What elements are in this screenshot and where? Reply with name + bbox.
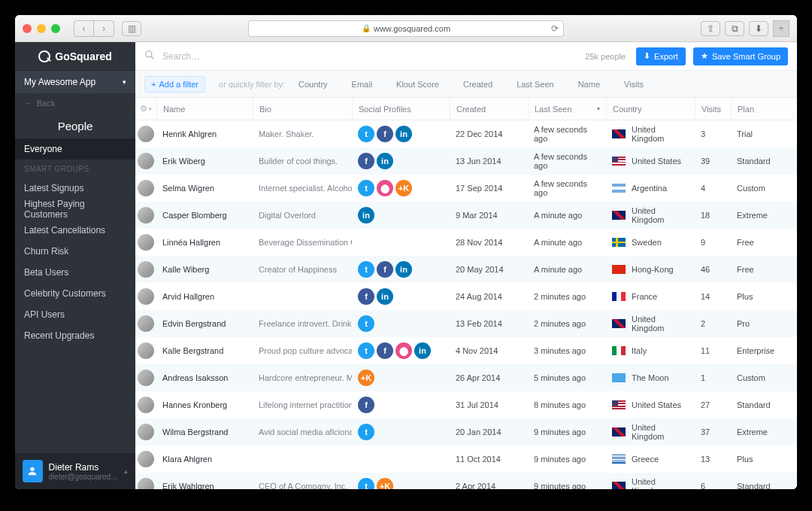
dr-icon[interactable]: ⬤ xyxy=(377,180,393,196)
tw-icon[interactable]: t xyxy=(358,424,374,440)
search-input[interactable] xyxy=(162,51,577,62)
nav-everyone[interactable]: Everyone xyxy=(15,138,135,160)
cell-visits: 3 xyxy=(695,129,731,138)
li-icon[interactable]: in xyxy=(414,342,431,359)
smart-groups-header: SMART GROUPS xyxy=(15,160,135,178)
table-row[interactable]: Andreas IsakssonHardcore entrepreneur. M… xyxy=(135,364,797,391)
back-link[interactable]: ← Back xyxy=(15,93,135,113)
quick-filter[interactable]: Klout Score xyxy=(396,80,439,89)
tw-icon[interactable]: t xyxy=(358,478,374,489)
table-row[interactable]: Erik WahlgrenCEO of A Company, Inc.t+K2 … xyxy=(135,473,797,489)
kl-icon[interactable]: +K xyxy=(395,180,412,196)
quick-filter[interactable]: Name xyxy=(578,80,600,89)
fb-icon[interactable]: f xyxy=(358,397,374,413)
url-bar[interactable]: 🔒 www.gosquared.com ⟳ xyxy=(248,20,564,37)
new-tab-icon[interactable]: + xyxy=(773,20,789,37)
tw-icon[interactable]: t xyxy=(358,180,374,196)
li-icon[interactable]: in xyxy=(395,261,412,278)
sidebar-item[interactable]: Celebrity Customers xyxy=(15,283,135,304)
li-icon[interactable]: in xyxy=(395,126,412,142)
share-icon[interactable]: ⇪ xyxy=(701,21,720,36)
col-name[interactable]: Name xyxy=(156,98,253,120)
download-icon: ⬇ xyxy=(644,51,650,61)
dr-icon[interactable]: ⬤ xyxy=(395,342,412,359)
table-row[interactable]: Edvin BergstrandFreelance introvert. Dri… xyxy=(135,310,797,337)
avatar xyxy=(138,126,154,142)
app-selector[interactable]: My Awesome App ▾ xyxy=(15,71,135,93)
quick-filter[interactable]: Visits xyxy=(624,80,644,89)
fb-icon[interactable]: f xyxy=(377,342,393,359)
cell-name: Selma Wigren xyxy=(156,184,253,193)
table-row[interactable]: Wilma BergstrandAvid social media aficio… xyxy=(135,418,797,446)
add-filter-button[interactable]: + Add a filter xyxy=(144,76,205,93)
quick-filter[interactable]: Country xyxy=(298,80,328,89)
li-icon[interactable]: in xyxy=(377,153,393,169)
tw-icon[interactable]: t xyxy=(358,342,374,359)
quick-filter[interactable]: Last Seen xyxy=(517,80,554,89)
col-country[interactable]: Country xyxy=(606,98,695,120)
fb-icon[interactable]: f xyxy=(377,126,393,142)
li-icon[interactable]: in xyxy=(377,288,393,305)
flag-icon xyxy=(612,211,626,220)
col-social[interactable]: Social Profiles xyxy=(352,98,450,120)
col-lastseen[interactable]: Last Seen ▾ xyxy=(528,98,606,120)
col-bio[interactable]: Bio xyxy=(253,98,352,120)
col-visits[interactable]: Visits xyxy=(695,98,731,120)
downloads-icon[interactable]: ⬇ xyxy=(749,21,768,36)
sidebar-item[interactable]: Churn Risk xyxy=(15,241,135,262)
table-row[interactable]: Henrik AhlgrenMaker. Shaker.tfin22 Dec 2… xyxy=(135,120,797,148)
export-button[interactable]: ⬇ Export xyxy=(636,47,686,65)
kl-icon[interactable]: +K xyxy=(358,370,374,386)
fb-icon[interactable]: f xyxy=(358,288,374,305)
close-window-icon[interactable] xyxy=(23,24,32,33)
table-row[interactable]: Arvid Hallgrenfin24 Aug 20142 minutes ag… xyxy=(135,283,797,310)
save-smart-group-button[interactable]: ★ Save Smart Group xyxy=(693,47,788,65)
maximize-window-icon[interactable] xyxy=(51,24,60,33)
sidebar-item[interactable]: API Users xyxy=(15,304,135,325)
table-row[interactable]: Linnéa HallgrenBeverage Dissemination O…… xyxy=(135,229,797,256)
cell-plan: Free xyxy=(731,265,783,274)
cell-plan: Custom xyxy=(731,373,783,382)
tw-icon[interactable]: t xyxy=(358,261,374,278)
table-row[interactable]: Kalle WibergCreator of Happinesstfin20 M… xyxy=(135,256,797,283)
sidebar-item[interactable]: Highest Paying Customers xyxy=(15,199,135,220)
table-body: Henrik AhlgrenMaker. Shaker.tfin22 Dec 2… xyxy=(135,120,797,489)
cell-visits: 4 xyxy=(695,184,731,193)
quick-filter[interactable]: Email xyxy=(352,80,373,89)
table-row[interactable]: Hannes KronbergLifelong internet practit… xyxy=(135,391,797,418)
cell-created: 31 Jul 2014 xyxy=(450,400,528,409)
col-plan[interactable]: Plan xyxy=(731,98,783,120)
user-name: Dieter Rams xyxy=(49,462,118,473)
back-icon[interactable]: ‹ xyxy=(74,21,94,36)
sidebar-item[interactable]: Recent Upgrades xyxy=(15,325,135,346)
cell-visits: 9 xyxy=(695,238,731,247)
table-row[interactable]: Kalle BergstrandProud pop culture advoca… xyxy=(135,337,797,364)
sidebar-item[interactable]: Beta Users xyxy=(15,262,135,283)
fb-icon[interactable]: f xyxy=(377,261,393,278)
cell-name: Casper Blomberg xyxy=(156,211,253,220)
tabs-icon[interactable]: ⧉ xyxy=(725,21,744,36)
sidebar-toggle-icon[interactable]: ▥ xyxy=(122,21,141,36)
quick-filter[interactable]: Created xyxy=(463,80,492,89)
cell-created: 2 Apr 2014 xyxy=(450,482,528,489)
table-row[interactable]: Klara Ahlgren11 Oct 20149 minutes agoGre… xyxy=(135,446,797,473)
sidebar-item[interactable]: Latest Cancellations xyxy=(15,220,135,241)
li-icon[interactable]: in xyxy=(358,207,374,224)
user-card[interactable]: Dieter Rams dieter@gosquared… ▴ xyxy=(15,453,135,489)
forward-icon[interactable]: › xyxy=(94,21,114,36)
kl-icon[interactable]: +K xyxy=(377,478,393,489)
tw-icon[interactable]: t xyxy=(358,315,374,332)
settings-column[interactable]: ⚙ ▾ xyxy=(135,98,156,120)
sidebar-item[interactable]: Latest Signups xyxy=(15,178,135,199)
table-row[interactable]: Selma WigrenInternet specialist. Alcohol… xyxy=(135,175,797,202)
minimize-window-icon[interactable] xyxy=(37,24,46,33)
flag-icon xyxy=(612,129,626,138)
table-row[interactable]: Casper BlombergDigital Overlordin9 Mar 2… xyxy=(135,202,797,229)
cell-name: Kalle Bergstrand xyxy=(156,346,253,355)
refresh-icon[interactable]: ⟳ xyxy=(551,23,559,34)
col-created[interactable]: Created xyxy=(450,98,528,120)
table-row[interactable]: Erik WibergBuilder of cool things.fin13 … xyxy=(135,148,797,175)
tw-icon[interactable]: t xyxy=(358,126,374,142)
flag-icon xyxy=(612,373,626,382)
fb-icon[interactable]: f xyxy=(358,153,374,169)
